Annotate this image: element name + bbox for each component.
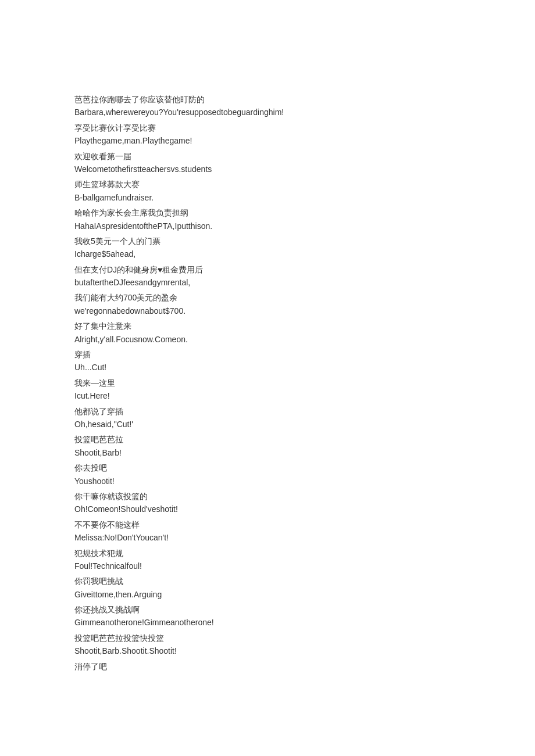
english-line-19: Shootit,Barb.Shootit.Shootit! [74,644,461,657]
content-container: 芭芭拉你跑哪去了你应该替他盯防的Barbara,wherewereyou?You… [74,93,461,673]
english-line-5: Icharge$5ahead, [74,248,461,260]
chinese-line-12: 投篮吧芭芭拉 [74,433,461,446]
text-pair-0: 芭芭拉你跑哪去了你应该替他盯防的Barbara,wherewereyou?You… [74,93,461,119]
text-pair-9: 穿插Uh...Cut! [74,348,461,374]
chinese-line-0: 芭芭拉你跑哪去了你应该替他盯防的 [74,93,461,106]
chinese-line-9: 穿插 [74,348,461,361]
chinese-line-17: 你罚我吧挑战 [74,575,461,587]
english-line-15: Melissa:No!Don'tYoucan't! [74,531,461,544]
text-pair-3: 师生篮球募款大赛B-ballgamefundraiser. [74,178,461,204]
english-line-4: HahaIAspresidentofthePTA,Iputthison. [74,220,461,232]
text-pair-17: 你罚我吧挑战Giveittome,then.Arguing [74,575,461,601]
text-pair-15: 不不要你不能这样Melissa:No!Don'tYoucan't! [74,518,461,544]
text-pair-10: 我来—这里Icut.Here! [74,377,461,403]
text-pair-1: 享受比赛伙计享受比赛Playthegame,man.Playthegame! [74,121,461,148]
chinese-line-10: 我来—这里 [74,377,461,389]
chinese-line-15: 不不要你不能这样 [74,518,461,531]
text-pair-14: 你干嘛你就该投篮的Oh!Comeon!Should'veshotit! [74,490,461,516]
chinese-line-6: 但在支付DJ的和健身房♥租金费用后 [74,263,461,276]
text-pair-5: 我收5美元一个人的门票Icharge$5ahead, [74,235,461,261]
text-pair-20: 消停了吧 [74,660,461,673]
chinese-line-7: 我们能有大约700美元的盈余 [74,291,461,304]
text-pair-12: 投篮吧芭芭拉Shootit,Barb! [74,433,461,459]
english-line-10: Icut.Here! [74,389,461,402]
english-line-12: Shootit,Barb! [74,446,461,459]
text-pair-8: 好了集中注意来Alright,y'all.Focusnow.Comeon. [74,320,461,346]
text-pair-18: 你还挑战又挑战啊Gimmeanotherone!Gimmeanotherone! [74,603,461,629]
english-line-2: Welcometothefirstteachersvs.students [74,163,461,175]
text-pair-7: 我们能有大约700美元的盈余we'regonnabedownabout$700. [74,291,461,317]
english-line-17: Giveittome,then.Arguing [74,588,461,601]
chinese-line-2: 欢迎收看第一届 [74,150,461,163]
text-pair-2: 欢迎收看第一届Welcometothefirstteachersvs.stude… [74,150,461,176]
english-line-13: Youshootit! [74,475,461,488]
english-line-7: we'regonnabedownabout$700. [74,304,461,317]
chinese-line-16: 犯规技术犯规 [74,547,461,560]
chinese-line-14: 你干嘛你就该投篮的 [74,490,461,503]
text-pair-13: 你去投吧Youshootit! [74,461,461,488]
english-line-0: Barbara,wherewereyou?You'resupposedtobeg… [74,106,461,119]
text-pair-4: 哈哈作为家长会主席我负责担纲HahaIAspresidentofthePTA,I… [74,206,461,232]
chinese-line-11: 他都说了穿插 [74,405,461,418]
english-line-8: Alright,y'all.Focusnow.Comeon. [74,333,461,346]
english-line-18: Gimmeanotherone!Gimmeanotherone! [74,616,461,629]
english-line-14: Oh!Comeon!Should'veshotit! [74,503,461,515]
chinese-line-19: 投篮吧芭芭拉投篮快投篮 [74,632,461,644]
english-line-16: Foul!Technicalfoul! [74,560,461,572]
text-pair-16: 犯规技术犯规Foul!Technicalfoul! [74,547,461,573]
chinese-line-18: 你还挑战又挑战啊 [74,603,461,616]
chinese-line-3: 师生篮球募款大赛 [74,178,461,191]
chinese-line-20: 消停了吧 [74,660,461,673]
english-line-9: Uh...Cut! [74,361,461,374]
chinese-line-8: 好了集中注意来 [74,320,461,332]
english-line-1: Playthegame,man.Playthegame! [74,134,461,147]
chinese-line-4: 哈哈作为家长会主席我负责担纲 [74,206,461,219]
chinese-line-1: 享受比赛伙计享受比赛 [74,121,461,134]
text-pair-11: 他都说了穿插Oh,hesaid,"Cut!' [74,405,461,431]
chinese-line-13: 你去投吧 [74,461,461,474]
english-line-11: Oh,hesaid,"Cut!' [74,418,461,431]
chinese-line-5: 我收5美元一个人的门票 [74,235,461,248]
english-line-3: B-ballgamefundraiser. [74,191,461,204]
text-pair-19: 投篮吧芭芭拉投篮快投篮Shootit,Barb.Shootit.Shootit! [74,632,461,658]
text-pair-6: 但在支付DJ的和健身房♥租金费用后butaftertheDJfeesandgym… [74,263,461,289]
english-line-6: butaftertheDJfeesandgymrental, [74,276,461,289]
